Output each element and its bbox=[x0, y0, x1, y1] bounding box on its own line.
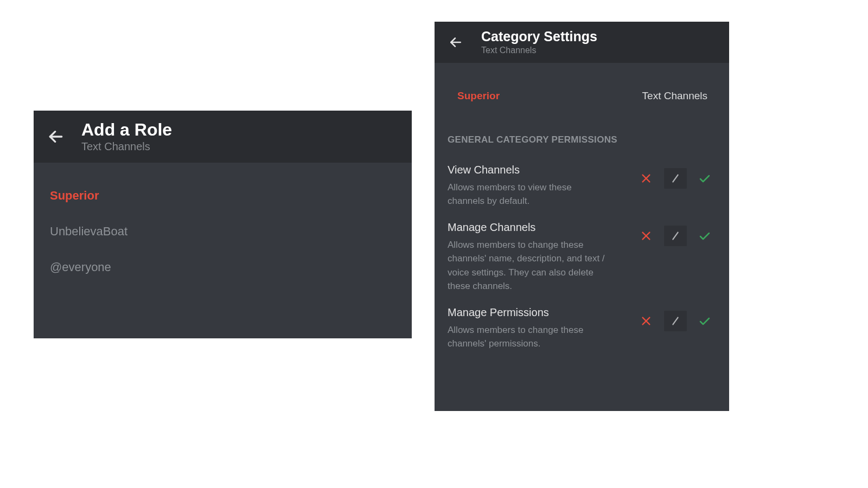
permission-title: View Channels bbox=[448, 164, 626, 176]
x-icon bbox=[640, 230, 652, 242]
allow-button[interactable] bbox=[693, 311, 716, 331]
allow-button[interactable] bbox=[693, 226, 716, 246]
deny-button[interactable] bbox=[635, 311, 658, 331]
permission-view-channels: View Channels Allows members to view the… bbox=[435, 151, 729, 208]
neutral-button[interactable] bbox=[664, 226, 687, 246]
allow-button[interactable] bbox=[693, 168, 716, 189]
panel-header: Add a Role Text Channels bbox=[34, 111, 412, 163]
x-icon bbox=[640, 172, 652, 184]
tab-superior[interactable]: Superior bbox=[457, 90, 500, 102]
check-icon bbox=[698, 172, 711, 185]
slash-icon bbox=[669, 315, 681, 327]
arrow-left-icon bbox=[449, 35, 463, 49]
tab-text-channels[interactable]: Text Channels bbox=[642, 90, 707, 102]
permission-manage-channels: Manage Channels Allows members to change… bbox=[435, 208, 729, 293]
back-button[interactable] bbox=[446, 33, 465, 52]
role-item-everyone[interactable]: @everyone bbox=[50, 249, 395, 285]
panel-subtitle: Text Channels bbox=[81, 140, 172, 153]
panel-header: Category Settings Text Channels bbox=[435, 22, 729, 63]
header-text: Category Settings Text Channels bbox=[481, 29, 597, 55]
role-list: Superior UnbelievaBoat @everyone bbox=[34, 163, 412, 300]
panel-title: Category Settings bbox=[481, 29, 597, 44]
neutral-button[interactable] bbox=[664, 168, 687, 189]
permission-desc: Allows members to change these channels'… bbox=[448, 238, 610, 293]
neutral-button[interactable] bbox=[664, 311, 687, 331]
slash-icon bbox=[669, 172, 681, 184]
panel-subtitle: Text Channels bbox=[481, 46, 597, 55]
check-icon bbox=[698, 229, 711, 242]
permission-text: Manage Permissions Allows members to cha… bbox=[448, 306, 626, 351]
x-icon bbox=[640, 315, 652, 327]
deny-button[interactable] bbox=[635, 168, 658, 189]
deny-button[interactable] bbox=[635, 226, 658, 246]
check-icon bbox=[698, 314, 711, 328]
back-button[interactable] bbox=[47, 127, 65, 146]
permission-controls bbox=[635, 168, 716, 189]
permission-desc: Allows members to change these channels'… bbox=[448, 323, 610, 351]
svg-line-7 bbox=[673, 232, 678, 239]
svg-line-4 bbox=[673, 175, 678, 182]
permission-text: View Channels Allows members to view the… bbox=[448, 164, 626, 208]
tabs-row: Superior Text Channels bbox=[435, 63, 729, 118]
permission-desc: Allows members to view these channels by… bbox=[448, 181, 610, 208]
role-item-superior[interactable]: Superior bbox=[50, 178, 395, 214]
header-text: Add a Role Text Channels bbox=[81, 120, 172, 153]
permission-manage-permissions: Manage Permissions Allows members to cha… bbox=[435, 293, 729, 351]
section-header: GENERAL CATEGORY PERMISSIONS bbox=[435, 118, 729, 151]
permission-controls bbox=[635, 226, 716, 246]
panel-title: Add a Role bbox=[81, 120, 172, 139]
permission-title: Manage Permissions bbox=[448, 306, 626, 319]
permission-text: Manage Channels Allows members to change… bbox=[448, 221, 626, 293]
add-role-panel: Add a Role Text Channels Superior Unbeli… bbox=[34, 111, 412, 338]
svg-line-10 bbox=[673, 317, 678, 324]
permission-controls bbox=[635, 311, 716, 331]
role-item-unbelievaboat[interactable]: UnbelievaBoat bbox=[50, 214, 395, 249]
slash-icon bbox=[669, 230, 681, 242]
category-settings-panel: Category Settings Text Channels Superior… bbox=[435, 22, 729, 411]
permission-title: Manage Channels bbox=[448, 221, 626, 234]
arrow-left-icon bbox=[47, 128, 65, 145]
